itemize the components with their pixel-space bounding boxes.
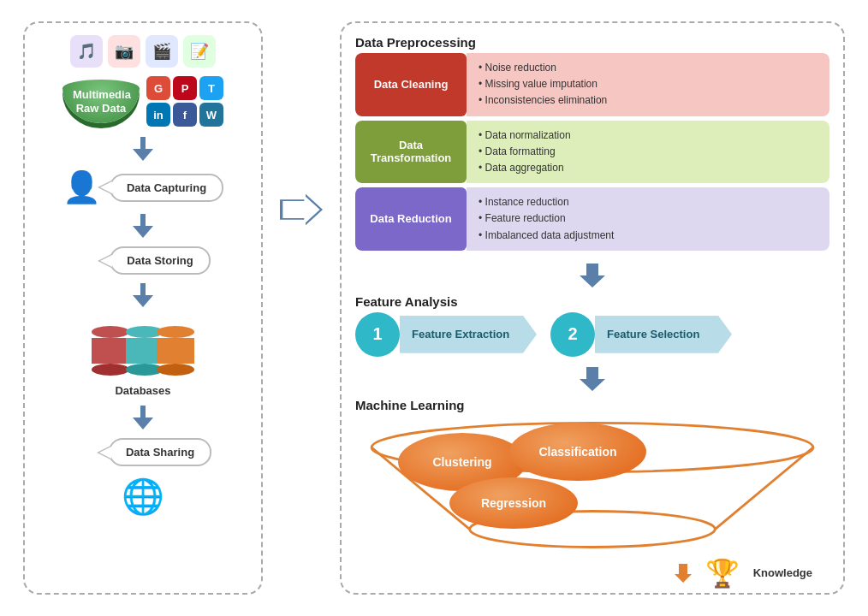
section-arrow-2 xyxy=(355,367,829,391)
preprocessing-section: Data Preprocessing Data Cleaning Noise r… xyxy=(355,35,829,255)
transform-row: Data Transformation Data normalization D… xyxy=(355,121,829,184)
raw-data-section: Multimedia Raw Data G P T in f W xyxy=(62,76,223,127)
feature-analysis-title: Feature Analysis xyxy=(355,294,829,309)
feature-1-circle: 1 xyxy=(355,312,400,357)
reduction-item-2: Feature reduction xyxy=(479,210,817,227)
reduction-content: Instance reduction Feature reduction Imb… xyxy=(467,187,829,251)
feature-analysis-section: Feature Analysis 1 Feature Extraction 2 … xyxy=(355,294,829,357)
wordpress-icon: W xyxy=(199,103,223,127)
reduction-label: Data Reduction xyxy=(355,187,467,251)
music-icon: 🎵 xyxy=(70,35,103,68)
svg-marker-2 xyxy=(580,264,605,287)
databases-label: Databases xyxy=(115,384,170,397)
regression-ellipse: Regression xyxy=(449,477,578,529)
right-panel: Data Preprocessing Data Cleaning Noise r… xyxy=(340,21,845,595)
ml-section: Machine Learning Clustering Classificati… xyxy=(355,398,829,552)
db-red xyxy=(92,326,129,376)
classification-ellipse: Classification xyxy=(509,423,646,481)
section-arrow-1 xyxy=(355,264,829,287)
transform-label: Data Transformation xyxy=(355,121,467,184)
reduction-item-3: Imbalanced data adjustment xyxy=(479,228,817,244)
cleaning-item-2: Missing value imputation xyxy=(479,76,817,92)
feature-1-chevron: Feature Extraction xyxy=(400,316,537,353)
media-icons-row: 🎵 📷 🎬 📝 xyxy=(70,35,216,68)
feature-row: 1 Feature Extraction 2 Feature Selection xyxy=(355,312,829,357)
cleaning-content: Noise reduction Missing value imputation… xyxy=(467,53,829,116)
cleaning-row: Data Cleaning Noise reduction Missing va… xyxy=(355,53,829,116)
svg-marker-8 xyxy=(675,564,692,583)
person-icon: 👤 xyxy=(62,169,101,205)
left-panel: 🎵 📷 🎬 📝 Multimedia Raw Data G P T in f W xyxy=(23,21,263,595)
text-icon: 📝 xyxy=(183,35,216,68)
preprocessing-title: Data Preprocessing xyxy=(355,35,829,50)
data-sharing-bubble: Data Sharing xyxy=(109,438,211,466)
facebook-icon: f xyxy=(173,103,197,127)
svg-line-6 xyxy=(715,447,813,530)
google-icon: G xyxy=(146,76,170,100)
knowledge-section: 🏆 Knowledge xyxy=(355,557,829,589)
cleaning-item-1: Noise reduction xyxy=(479,60,817,76)
social-icons: G P T in f W xyxy=(146,76,223,127)
feature-2-chevron: Feature Selection xyxy=(595,316,732,353)
databases-section xyxy=(92,316,194,376)
arrow-down-4 xyxy=(133,406,153,429)
data-capturing-bubble: Data Capturing xyxy=(110,174,223,202)
funnel-container: Clustering Classification Regression xyxy=(355,416,829,553)
fire-icon: 📷 xyxy=(108,35,140,68)
video-icon: 🎬 xyxy=(146,35,178,68)
twitter-icon: T xyxy=(199,76,223,100)
transform-item-1: Data normalization xyxy=(479,127,817,144)
data-sharing-row: Data Sharing xyxy=(33,438,253,466)
data-capturing-row: 👤 Data Capturing xyxy=(33,169,253,205)
knowledge-label: Knowledge xyxy=(753,566,812,579)
cleaning-item-3: Inconsistencies elimination xyxy=(479,92,817,109)
knowledge-arrow xyxy=(675,564,692,583)
arrow-down-3 xyxy=(133,283,153,307)
transform-item-3: Data aggregation xyxy=(479,160,817,176)
transform-content: Data normalization Data formatting Data … xyxy=(467,121,829,184)
arrow-down-2 xyxy=(133,214,153,238)
svg-marker-3 xyxy=(580,367,605,391)
linkedin-icon: in xyxy=(146,103,170,127)
network-icon: 🌐 xyxy=(122,477,164,517)
reduction-item-1: Instance reduction xyxy=(479,194,817,210)
big-right-arrow xyxy=(280,192,323,227)
reduction-row: Data Reduction Instance reduction Featur… xyxy=(355,187,829,251)
cleaning-label: Data Cleaning xyxy=(355,53,467,116)
ml-title: Machine Learning xyxy=(355,398,829,412)
knowledge-icon: 🏆 xyxy=(705,557,740,589)
transform-item-2: Data formatting xyxy=(479,144,817,160)
arrow-down-1 xyxy=(133,137,153,161)
data-storing-row: Data Storing xyxy=(33,246,253,275)
pinterest-icon: P xyxy=(173,76,197,100)
multimedia-label: Multimedia Raw Data xyxy=(62,80,140,123)
db-orange xyxy=(157,326,194,376)
feature-2-circle: 2 xyxy=(550,312,595,357)
data-storing-bubble: Data Storing xyxy=(110,246,210,275)
